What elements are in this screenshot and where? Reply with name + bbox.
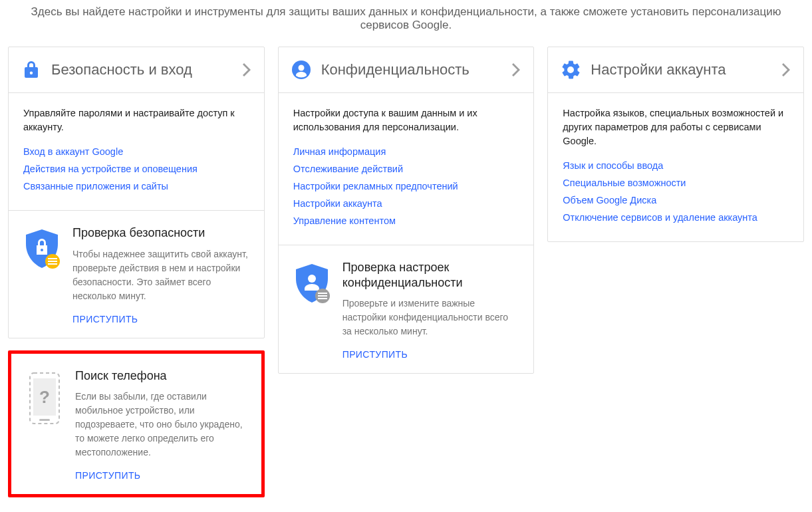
privacy-link-0[interactable]: Личная информация xyxy=(293,146,386,157)
account-title: Настройки аккаунта xyxy=(591,61,782,78)
findphone-desc: Если вы забыли, где оставили мобильное у… xyxy=(75,390,247,459)
chevron-right-icon xyxy=(782,63,790,76)
findphone-action[interactable]: ПРИСТУПИТЬ xyxy=(75,470,140,481)
account-desc: Настройка языков, специальных возможност… xyxy=(563,106,789,148)
svg-text:?: ? xyxy=(39,387,50,407)
privacy-desc: Настройки доступа к вашим данным и их ис… xyxy=(293,106,519,134)
gear-icon xyxy=(561,61,580,79)
account-body: Настройка языков, специальных возможност… xyxy=(548,93,803,241)
privacy-header[interactable]: Конфиденциальность xyxy=(279,47,534,93)
shield-person-icon xyxy=(293,260,331,360)
person-icon xyxy=(292,61,311,79)
account-link-3[interactable]: Отключение сервисов и удаление аккаунта xyxy=(563,212,757,223)
shield-lock-icon xyxy=(23,225,61,324)
svg-rect-3 xyxy=(39,419,50,421)
chevron-right-icon xyxy=(512,63,520,76)
security-card: Безопасность и вход Управляйте паролями … xyxy=(8,47,265,338)
findphone-title: Поиск телефона xyxy=(75,368,247,384)
account-links: Язык и способы ввода Специальные возможн… xyxy=(563,160,789,223)
account-link-1[interactable]: Специальные возможности xyxy=(563,178,686,188)
privacy-link-1[interactable]: Отслеживание действий xyxy=(293,164,403,174)
security-link-2[interactable]: Связанные приложения и сайты xyxy=(23,181,168,192)
security-header[interactable]: Безопасность и вход xyxy=(9,47,264,93)
security-title: Безопасность и вход xyxy=(51,61,243,78)
privacy-checkup-title: Проверка настроек конфиденциальности xyxy=(342,260,519,290)
security-link-1[interactable]: Действия на устройстве и оповещения xyxy=(23,164,198,174)
svg-point-6 xyxy=(298,65,304,71)
chevron-right-icon xyxy=(243,63,251,76)
column-account: Настройки аккаунта Настройка языков, спе… xyxy=(547,47,804,509)
security-body: Управляйте паролями и настраивайте досту… xyxy=(9,93,264,210)
column-privacy: Конфиденциальность Настройки доступа к в… xyxy=(278,47,535,509)
account-header[interactable]: Настройки аккаунта xyxy=(548,47,803,93)
privacy-checkup-action[interactable]: ПРИСТУПИТЬ xyxy=(342,349,408,360)
privacy-title: Конфиденциальность xyxy=(321,61,513,78)
privacy-body: Настройки доступа к вашим данным и их ис… xyxy=(279,93,534,245)
account-link-2[interactable]: Объем Google Диска xyxy=(563,195,656,205)
account-link-0[interactable]: Язык и способы ввода xyxy=(563,160,663,171)
security-link-0[interactable]: Вход в аккаунт Google xyxy=(23,146,123,157)
page-intro: Здесь вы найдете настройки и инструменты… xyxy=(0,0,812,47)
security-links: Вход в аккаунт Google Действия на устрой… xyxy=(23,146,249,192)
privacy-links: Личная информация Отслеживание действий … xyxy=(293,146,519,226)
security-desc: Управляйте паролями и настраивайте досту… xyxy=(23,106,249,134)
columns: Безопасность и вход Управляйте паролями … xyxy=(0,47,812,509)
security-checkup-desc: Чтобы надежнее защитить свой аккаунт, пр… xyxy=(72,247,249,303)
privacy-checkup: Проверка настроек конфиденциальности Про… xyxy=(279,245,534,373)
security-checkup: Проверка безопасности Чтобы надежнее защ… xyxy=(9,210,264,338)
privacy-link-4[interactable]: Управление контентом xyxy=(293,215,396,226)
security-checkup-action[interactable]: ПРИСТУПИТЬ xyxy=(72,314,138,324)
privacy-link-3[interactable]: Настройки аккаунта xyxy=(293,198,382,209)
privacy-link-2[interactable]: Настройки рекламных предпочтений xyxy=(293,181,458,192)
phone-question-icon: ? xyxy=(26,368,63,481)
security-checkup-title: Проверка безопасности xyxy=(72,225,249,241)
findphone-card: ? Поиск телефона Если вы забыли, где ост… xyxy=(8,350,265,498)
svg-point-7 xyxy=(308,275,316,283)
account-card: Настройки аккаунта Настройка языков, спе… xyxy=(547,47,804,242)
privacy-checkup-desc: Проверьте и измените важные настройки ко… xyxy=(342,297,519,338)
column-security: Безопасность и вход Управляйте паролями … xyxy=(8,47,265,509)
lock-icon xyxy=(22,61,41,79)
privacy-card: Конфиденциальность Настройки доступа к в… xyxy=(278,47,535,374)
findphone-section: ? Поиск телефона Если вы забыли, где ост… xyxy=(11,354,261,495)
